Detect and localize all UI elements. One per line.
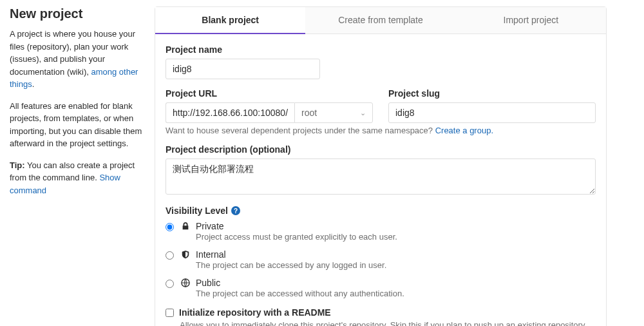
- visibility-internal-radio[interactable]: [166, 251, 174, 260]
- chevron-down-icon: ⌄: [360, 109, 366, 117]
- visibility-label: Visibility Level: [166, 206, 228, 216]
- sidebar-tip: Tip: You can also create a project from …: [10, 159, 145, 197]
- lock-icon: [180, 222, 191, 231]
- help-icon[interactable]: ?: [231, 206, 240, 215]
- page-title: New project: [10, 6, 145, 21]
- tabs: Blank project Create from template Impor…: [155, 7, 606, 34]
- visibility-public-desc: The project can be accessed without any …: [196, 289, 404, 298]
- readme-desc: Allows you to immediately clone this pro…: [180, 320, 596, 326]
- project-desc-label: Project description (optional): [166, 144, 596, 155]
- visibility-private-label: Private: [196, 221, 397, 231]
- visibility-public-radio[interactable]: [166, 280, 174, 288]
- namespace-hint: Want to house several dependent projects…: [166, 126, 596, 135]
- namespace-select[interactable]: root ⌄: [294, 102, 373, 123]
- project-desc-textarea[interactable]: [166, 158, 596, 195]
- visibility-public-label: Public: [196, 278, 404, 288]
- globe-icon: [180, 278, 191, 287]
- tab-create-from-template[interactable]: Create from template: [305, 7, 455, 34]
- project-slug-label: Project slug: [388, 88, 596, 99]
- create-group-link[interactable]: Create a group.: [435, 126, 493, 135]
- namespace-selected: root: [301, 108, 317, 118]
- visibility-internal-desc: The project can be accessed by any logge…: [196, 260, 386, 270]
- project-slug-input[interactable]: [388, 102, 596, 123]
- sidebar-desc-1: A project is where you house your files …: [10, 28, 145, 91]
- tab-blank-project[interactable]: Blank project: [155, 7, 305, 34]
- readme-checkbox[interactable]: [166, 309, 174, 317]
- readme-label: Initialize repository with a README: [179, 307, 331, 318]
- project-name-input[interactable]: [166, 59, 320, 79]
- visibility-private-desc: Project access must be granted explicitl…: [196, 232, 397, 242]
- project-name-label: Project name: [166, 44, 596, 55]
- sidebar-desc-2: All features are enabled for blank proje…: [10, 100, 145, 150]
- main-panel: Blank project Create from template Impor…: [155, 6, 607, 326]
- shield-icon: [180, 250, 191, 259]
- visibility-internal-label: Internal: [196, 249, 386, 260]
- visibility-private-radio[interactable]: [166, 223, 174, 231]
- project-url-label: Project URL: [166, 88, 373, 99]
- tab-import-project[interactable]: Import project: [456, 7, 606, 34]
- sidebar: New project A project is where you house…: [0, 6, 155, 326]
- project-url-prefix: http://192.168.66.100:10080/: [166, 102, 294, 123]
- form-area: Project name Project URL http://192.168.…: [155, 34, 606, 326]
